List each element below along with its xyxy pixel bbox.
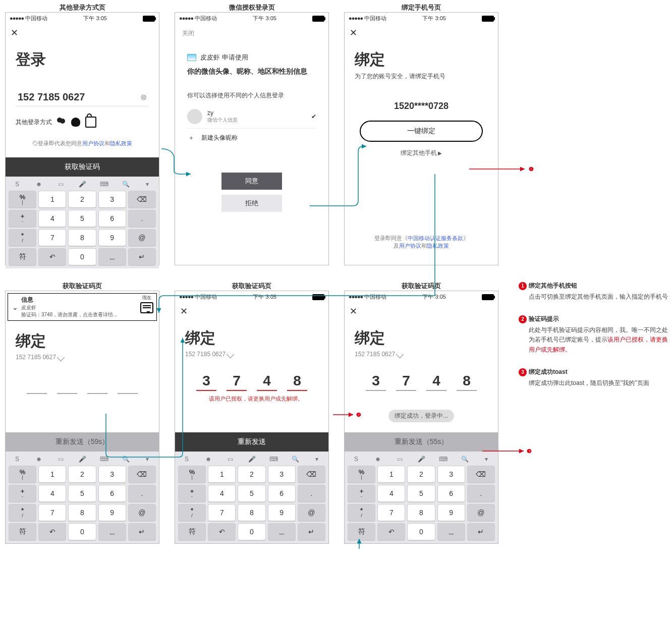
getcode-phone-c: ●●●●● 中国移动下午 3:05 ✕ 绑定 152 7185 0627 3 7… (344, 291, 498, 544)
check-icon: ✔ (311, 113, 316, 120)
plus-icon: ＋ (188, 134, 194, 142)
wechat-new-profile[interactable]: ＋新建头像昵称 (187, 129, 316, 147)
close-icon[interactable]: ✕ (345, 303, 498, 320)
one-tap-bind-button[interactable]: 一键绑定 (360, 121, 483, 142)
alt-login-label: 其他登录方式 (16, 118, 52, 127)
header-bind-phone: 绑定手机号页 (402, 3, 441, 12)
wechat-scope: 你的微信头像、昵称、地区和性别信息 (187, 67, 316, 76)
wechat-agree-button[interactable]: 同意 (221, 173, 282, 190)
get-code-button[interactable]: 获取验证码 (6, 157, 159, 177)
header-other-login: 其他登录方式页 (60, 3, 105, 12)
agree-text: ◎登录即代表您同意用户协议和隐私政策 (16, 140, 149, 147)
code-input[interactable]: 3 7 4 8 (366, 373, 477, 391)
header-wechat-auth: 微信授权登录页 (229, 3, 275, 12)
header-getcode-c: 获取验证码页 (402, 282, 441, 291)
header-getcode-a: 获取验证码页 (63, 282, 102, 291)
callout-2: 2验证码提示 此处与手机验证码提示内容相同，我。唯一不同之处为若手机号已绑定账号… (519, 315, 670, 355)
edit-icon[interactable] (57, 353, 65, 361)
chevron-down-icon: ⌄ (12, 303, 18, 311)
lock-icon[interactable] (85, 117, 96, 128)
wechat-choose-label: 你可以选择使用不同的个人信息登录 (187, 91, 316, 100)
close-icon[interactable]: ✕ (175, 303, 328, 320)
qq-icon[interactable] (71, 118, 80, 127)
bind-other-button[interactable]: 绑定其他手机▶ (355, 149, 488, 157)
header-getcode-b: 获取验证码页 (232, 282, 271, 291)
clear-icon[interactable]: ⊗ (140, 92, 147, 102)
resend-button[interactable]: 重新发送（55s） (345, 432, 498, 452)
bind-subtitle: 为了您的账号安全，请绑定手机号 (355, 72, 488, 81)
phone-input[interactable]: 152 7185 0627 (18, 91, 85, 103)
annotations-panel: 1绑定其他手机按钮 点击可切换至绑定其他手机页面，输入指定的手机号 2验证码提示… (514, 282, 670, 401)
bind-phone-frame: ●●●●● 中国移动下午 3:05 ✕ 绑定 为了您的账号安全，请绑定手机号 1… (344, 12, 498, 265)
battery-icon (143, 16, 155, 22)
bind-footer: 登录即同意《中国移动认证服务条款》 及用户协议和隐私政策 (355, 235, 488, 260)
wechat-icon[interactable] (57, 118, 66, 127)
resend-button[interactable]: 重新发送 (175, 432, 328, 452)
message-icon (140, 302, 153, 313)
getcode-phone-b: ●●●●● 中国移动下午 3:05 ✕ 绑定 152 7185 0627 3 7… (175, 291, 329, 544)
wechat-profile-row[interactable]: zy微信个人信息 ✔ (187, 105, 316, 129)
wechat-close[interactable]: 关闭 (175, 24, 328, 43)
getcode-phone-a: ⌄ 信息 皮皮虾 验证码：3748，请勿泄露，点击查看详情... 现在 绑定 1… (5, 291, 159, 544)
status-bar: ●●●●● 中国移动 下午 3:05 (6, 13, 159, 24)
callout-1: 1绑定其他手机按钮 点击可切换至绑定其他手机页面，输入指定的手机号 (519, 282, 670, 302)
avatar-icon (187, 109, 202, 124)
success-toast: 绑定成功，登录中... (388, 410, 454, 422)
login-title: 登录 (16, 49, 149, 70)
bind-masked-phone: 1520****0728 (355, 101, 488, 111)
bind-title: 绑定 (16, 331, 149, 352)
code-error-text: 该用户已授权，请更换用户或先解绑。 (185, 395, 303, 403)
user-agreement-link[interactable]: 用户协议 (82, 140, 104, 146)
chevron-right-icon: ▶ (438, 150, 442, 156)
close-icon[interactable]: ✕ (6, 24, 159, 41)
bind-title: 绑定 (355, 49, 488, 70)
current-phone: 152 7185 0627 (16, 354, 56, 361)
code-input[interactable]: 3 7 4 8 (196, 373, 307, 391)
callout-3: 3绑定成功toast 绑定成功弹出此toast，随后切换至"我的"页面 (519, 368, 670, 388)
code-input[interactable] (27, 376, 138, 394)
numeric-keyboard[interactable]: S☻▭🎤⌨🔍▾ %| 123 ⌫ +- 456 . */ 789 @ 符 ↶0⎵… (6, 177, 159, 268)
app-logo-icon (187, 54, 196, 61)
wechat-auth-phone: ●●●●● 中国移动下午 3:05 关闭 皮皮虾 申请使用 你的微信头像、昵称、… (175, 12, 329, 265)
close-icon[interactable]: ✕ (345, 24, 498, 41)
other-login-phone: ●●●●● 中国移动 下午 3:05 ✕ 登录 152 7185 0627 ⊗ … (5, 12, 159, 265)
edit-icon[interactable] (396, 350, 404, 358)
edit-icon[interactable] (227, 350, 235, 358)
privacy-link[interactable]: 隐私政策 (110, 140, 132, 146)
resend-button[interactable]: 重新发送（59s） (6, 432, 159, 452)
wechat-deny-button[interactable]: 拒绝 (221, 195, 282, 212)
notification-banner[interactable]: ⌄ 信息 皮皮虾 验证码：3748，请勿泄露，点击查看详情... 现在 (8, 293, 157, 321)
